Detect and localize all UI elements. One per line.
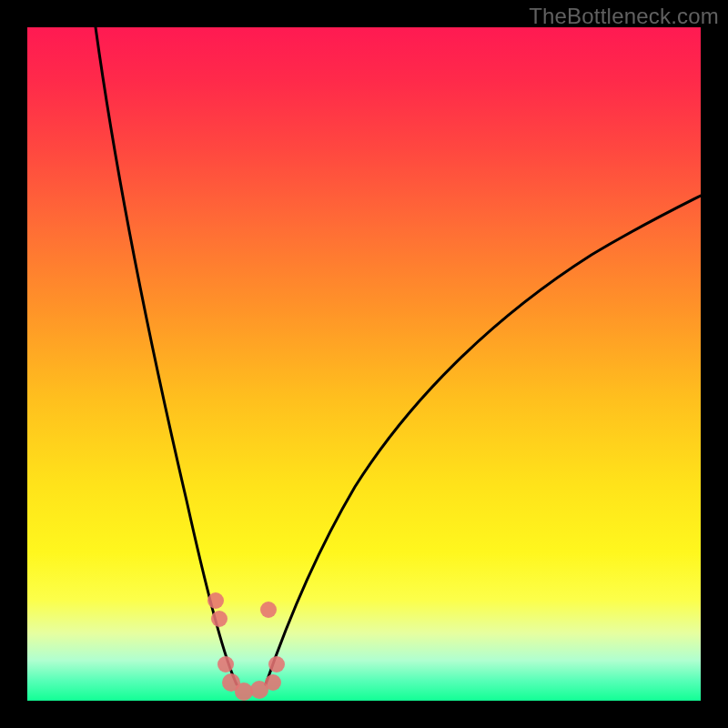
- svg-point-4: [235, 682, 253, 701]
- watermark-text: TheBottleneck.com: [529, 4, 719, 29]
- curve-right: [266, 196, 701, 684]
- svg-point-1: [211, 611, 228, 627]
- plot-area: [27, 27, 701, 701]
- svg-point-0: [207, 592, 224, 609]
- svg-point-8: [260, 602, 277, 618]
- dot-cluster: [207, 592, 285, 701]
- svg-point-6: [265, 674, 281, 691]
- chart-svg: [27, 27, 701, 701]
- svg-point-7: [268, 656, 285, 672]
- chart-frame: TheBottleneck.com: [0, 0, 728, 728]
- curve-left: [96, 27, 237, 684]
- svg-point-2: [217, 656, 234, 672]
